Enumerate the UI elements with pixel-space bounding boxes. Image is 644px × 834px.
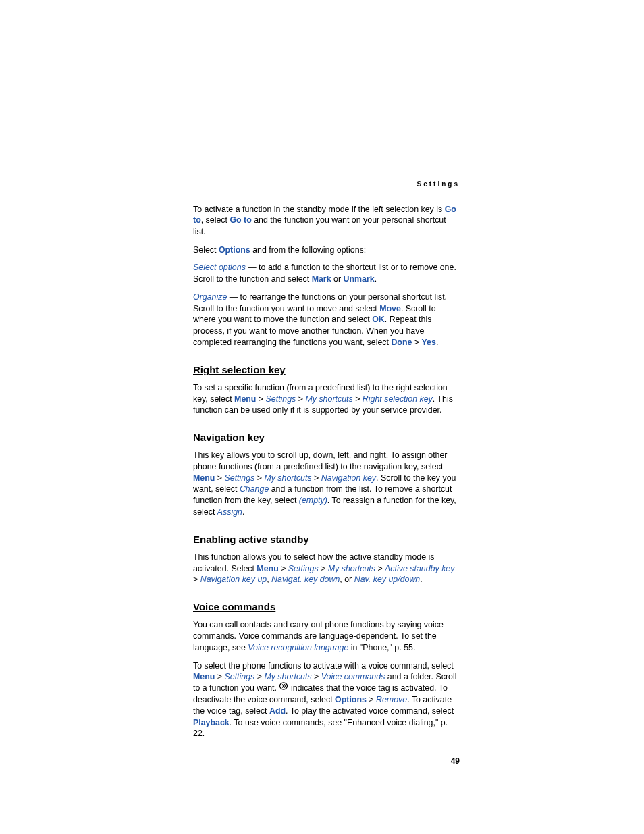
link-voice-recognition-language: Voice recognition language: [248, 643, 348, 652]
text: or: [331, 274, 344, 284]
heading-navigation-key: Navigation key: [193, 431, 460, 444]
page-number: 49: [193, 756, 460, 766]
text: .: [420, 575, 422, 584]
link-navigation-key-up: Navigation key up: [200, 575, 267, 584]
link-mark: Mark: [312, 274, 331, 284]
para-right-selection-key: To set a specific function (from a prede…: [193, 382, 460, 416]
link-settings: Settings: [288, 564, 319, 573]
text: >: [312, 672, 321, 681]
link-right-selection-key: Right selection key: [363, 394, 433, 404]
text: To select the phone functions to activat…: [193, 661, 454, 671]
text: . To play the activated voice command, s…: [286, 706, 454, 716]
text: >: [319, 564, 328, 573]
text: This key allows you to scroll up, down, …: [193, 450, 448, 471]
text: >: [193, 575, 200, 584]
text: .: [375, 274, 377, 284]
text: in "Phone," p. 55.: [348, 643, 415, 652]
link-voice-commands: Voice commands: [321, 672, 385, 681]
text: .: [436, 338, 438, 347]
link-settings: Settings: [224, 473, 254, 483]
link-options: Options: [219, 245, 250, 255]
para-select-options: Select Options and from the following op…: [193, 244, 460, 256]
link-move: Move: [379, 304, 401, 313]
text: .: [242, 507, 244, 517]
text: , select: [201, 215, 230, 225]
link-settings: Settings: [266, 394, 296, 404]
heading-enabling-active-standby: Enabling active standby: [193, 533, 460, 546]
text: >: [375, 564, 385, 573]
text: >: [254, 672, 264, 681]
manual-page: Settings To activate a function in the s…: [0, 0, 644, 807]
link-menu: Menu: [257, 564, 278, 573]
link-add: Add: [269, 706, 286, 716]
text: >: [353, 394, 363, 404]
link-my-shortcuts: My shortcuts: [328, 564, 375, 573]
link-yes: Yes: [422, 338, 436, 347]
link-my-shortcuts: My shortcuts: [264, 672, 311, 681]
text: >: [296, 394, 305, 404]
link-my-shortcuts: My shortcuts: [264, 473, 311, 483]
link-remove: Remove: [376, 695, 407, 704]
link-menu: Menu: [193, 473, 215, 483]
text: >: [254, 473, 264, 483]
link-playback: Playback: [193, 718, 230, 727]
heading-right-selection-key: Right selection key: [193, 363, 460, 377]
link-options: Options: [335, 695, 367, 704]
link-organize: Organize: [193, 292, 227, 302]
page-header-section: Settings: [193, 180, 460, 189]
link-menu: Menu: [234, 394, 256, 404]
link-change: Change: [240, 484, 269, 494]
heading-voice-commands: Voice commands: [193, 600, 460, 614]
text: >: [312, 473, 321, 483]
link-nav-key-up-down: Nav. key up/down: [354, 575, 421, 584]
para-voice-commands-usage: To select the phone functions to activat…: [193, 660, 460, 739]
link-empty: (empty): [299, 496, 327, 505]
para-voice-commands-intro: You can call contacts and carry out phon…: [193, 619, 460, 653]
para-navigation-key: This key allows you to scroll up, down, …: [193, 450, 460, 517]
link-navigat-key-down: Navigat. key down: [271, 575, 340, 584]
link-assign: Assign: [217, 507, 242, 517]
para-select-options-desc: Select options — to add a function to th…: [193, 262, 460, 284]
text: and from the following options:: [250, 245, 367, 255]
link-navigation-key: Navigation key: [321, 473, 376, 483]
link-menu: Menu: [193, 672, 215, 681]
link-unmark: Unmark: [343, 274, 374, 284]
para-enabling-active-standby: This function allows you to select how t…: [193, 552, 460, 585]
text: , or: [340, 575, 354, 584]
text: . To use voice commands, see "Enhanced v…: [193, 718, 448, 739]
text: Select: [193, 245, 219, 255]
link-done: Done: [391, 338, 412, 347]
link-ok: OK: [372, 315, 385, 324]
link-select-options: Select options: [193, 263, 246, 272]
text: >: [412, 338, 421, 347]
link-my-shortcuts: My shortcuts: [305, 394, 352, 404]
para-organize: Organize — to rearrange the functions on…: [193, 292, 460, 348]
text: >: [215, 672, 224, 681]
para-activate-function: To activate a function in the standby mo…: [193, 204, 460, 238]
text: >: [215, 473, 224, 483]
text: >: [256, 394, 265, 404]
link-active-standby-key: Active standby key: [385, 564, 454, 573]
text: To activate a function in the standby mo…: [193, 205, 445, 214]
text: >: [279, 564, 288, 573]
text: >: [367, 695, 376, 704]
link-settings: Settings: [224, 672, 254, 681]
link-go-to: Go to: [230, 215, 251, 225]
voice-tag-icon: [279, 682, 288, 694]
